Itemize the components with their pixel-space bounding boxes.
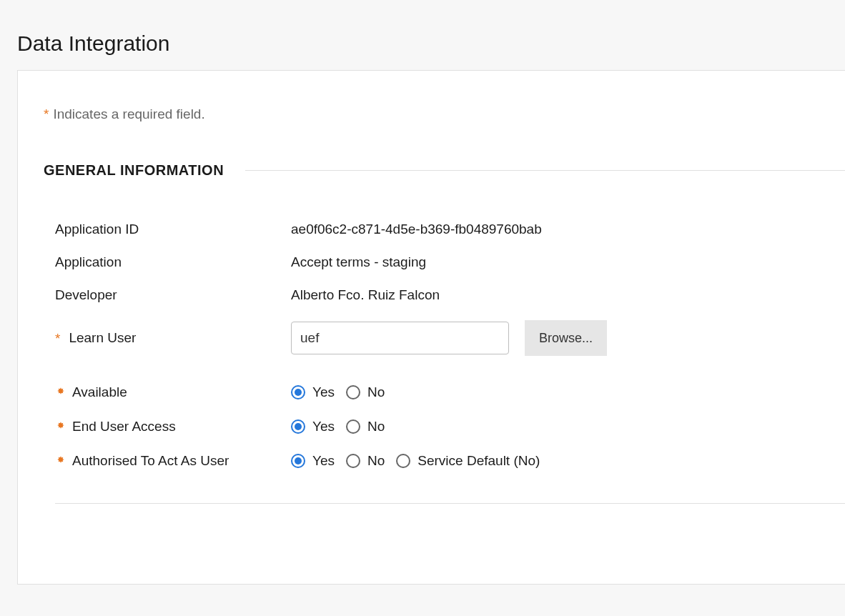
form-grid: Application ID ae0f06c2-c871-4d5e-b369-f… <box>44 222 845 469</box>
radio-group-available: Yes No <box>291 384 390 400</box>
radio-end-user-access-yes[interactable]: Yes <box>291 419 335 434</box>
label-available-text: Available <box>72 384 127 400</box>
bottom-rule <box>55 503 845 504</box>
required-gear-icon <box>55 387 66 398</box>
radio-group-end-user-access: Yes No <box>291 419 390 434</box>
radio-group-authorised: Yes No Service Default (No) <box>291 453 545 469</box>
required-gear-icon <box>55 455 66 467</box>
row-end-user-access: End User Access Yes No <box>55 419 845 434</box>
radio-icon <box>291 385 305 399</box>
row-authorised: Authorised To Act As User Yes No Service… <box>55 453 845 469</box>
label-end-user-access-text: End User Access <box>72 419 176 434</box>
row-developer: Developer Alberto Fco. Ruiz Falcon <box>55 287 845 303</box>
row-learn-user: * Learn User Browse... <box>55 320 845 356</box>
form-panel: *Indicates a required field. GENERAL INF… <box>17 70 845 585</box>
label-authorised: Authorised To Act As User <box>55 453 291 469</box>
required-field-note: *Indicates a required field. <box>44 106 845 122</box>
label-available: Available <box>55 384 291 400</box>
value-application-id: ae0f06c2-c871-4d5e-b369-fb0489760bab <box>291 222 845 237</box>
label-learn-user-text: Learn User <box>69 330 136 346</box>
radio-icon <box>291 419 305 434</box>
radio-label: No <box>367 453 385 469</box>
label-application: Application <box>55 254 291 270</box>
radio-end-user-access-no[interactable]: No <box>346 419 385 434</box>
row-available: Available Yes No <box>55 384 845 400</box>
radio-authorised-default[interactable]: Service Default (No) <box>396 453 540 469</box>
radio-label: Yes <box>312 453 335 469</box>
label-application-id: Application ID <box>55 222 291 237</box>
radio-icon <box>346 454 360 468</box>
label-end-user-access: End User Access <box>55 419 291 434</box>
label-authorised-text: Authorised To Act As User <box>72 453 229 469</box>
page-title: Data Integration <box>0 0 845 70</box>
radio-icon <box>346 419 360 434</box>
radio-label: Service Default (No) <box>417 453 540 469</box>
radio-available-no[interactable]: No <box>346 384 385 400</box>
radio-icon <box>291 454 305 468</box>
required-gear-icon <box>55 421 66 432</box>
radio-available-yes[interactable]: Yes <box>291 384 335 400</box>
value-application: Accept terms - staging <box>291 254 845 270</box>
section-header-row: GENERAL INFORMATION <box>44 162 845 179</box>
label-learn-user: * Learn User <box>55 330 291 346</box>
radio-icon <box>346 385 360 399</box>
section-title: GENERAL INFORMATION <box>44 162 224 179</box>
label-developer: Developer <box>55 287 291 303</box>
radio-authorised-no[interactable]: No <box>346 453 385 469</box>
radio-label: Yes <box>312 384 335 400</box>
value-developer: Alberto Fco. Ruiz Falcon <box>291 287 845 303</box>
row-application-id: Application ID ae0f06c2-c871-4d5e-b369-f… <box>55 222 845 237</box>
row-application: Application Accept terms - staging <box>55 254 845 270</box>
section-rule <box>245 170 845 171</box>
radio-icon <box>396 454 410 468</box>
radio-label: No <box>367 384 385 400</box>
required-note-text: Indicates a required field. <box>53 106 204 121</box>
required-asterisk-icon: * <box>44 106 49 121</box>
browse-button[interactable]: Browse... <box>525 320 607 356</box>
required-asterisk-icon: * <box>55 332 60 345</box>
radio-authorised-yes[interactable]: Yes <box>291 453 335 469</box>
learn-user-input[interactable] <box>291 322 509 354</box>
radio-label: Yes <box>312 419 335 434</box>
radio-label: No <box>367 419 385 434</box>
